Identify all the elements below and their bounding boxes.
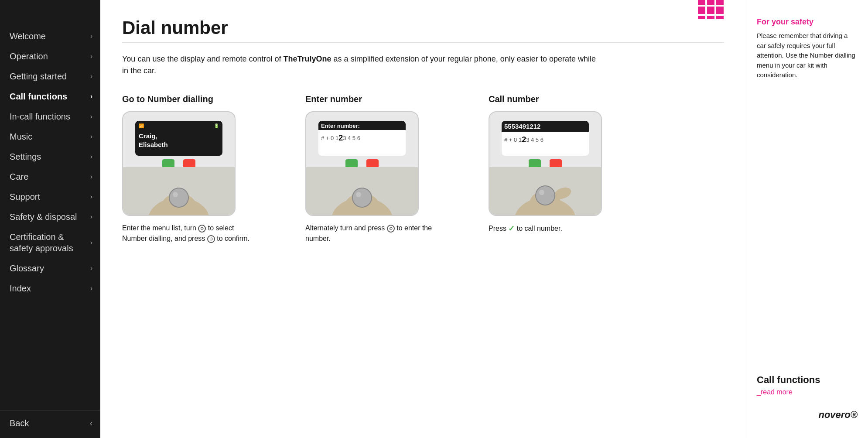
right-panel: For your safety Please remember that dri… bbox=[746, 0, 868, 438]
sidebar-nav: Welcome › Operation › Getting started › … bbox=[0, 0, 100, 298]
sidebar-item-settings[interactable]: Settings › bbox=[0, 147, 100, 167]
svg-point-16 bbox=[356, 192, 361, 197]
hand-svg-3 bbox=[502, 167, 589, 215]
battery-icon: 🔋 bbox=[214, 123, 219, 128]
sidebar-label-welcome: Welcome bbox=[10, 31, 46, 42]
sidebar-item-music[interactable]: Music › bbox=[0, 127, 100, 147]
back-label: Back bbox=[10, 418, 29, 428]
red-button-2 bbox=[366, 159, 379, 168]
chevron-icon-in-call-functions: › bbox=[90, 112, 92, 121]
screen-1-header: 📶 🔋 bbox=[139, 123, 219, 128]
sidebar-item-index[interactable]: Index › bbox=[0, 278, 100, 298]
sidebar-item-operation[interactable]: Operation › bbox=[0, 46, 100, 66]
hand-area-3 bbox=[489, 167, 601, 215]
green-button-2 bbox=[345, 159, 358, 168]
red-button-3 bbox=[550, 159, 562, 168]
chevron-icon-support: › bbox=[90, 192, 92, 202]
chevron-icon-getting-started: › bbox=[90, 72, 92, 81]
title-divider bbox=[122, 42, 724, 43]
novero-logo: novero® bbox=[818, 409, 858, 421]
call-functions-label: Call functions bbox=[757, 374, 858, 386]
read-more-link[interactable]: _read more bbox=[757, 388, 793, 396]
svg-point-15 bbox=[352, 188, 372, 207]
dial-icon-2: ⊙ bbox=[207, 235, 215, 243]
step-1-caption: Enter the menu list, turn ⊙ to select Nu… bbox=[122, 223, 253, 244]
device-2-buttons bbox=[312, 159, 412, 168]
sidebar-item-in-call-functions[interactable]: In-call functions › bbox=[0, 106, 100, 127]
safety-section: For your safety Please remember that dri… bbox=[757, 17, 858, 80]
dial-icon-1: ⊙ bbox=[198, 225, 206, 233]
page-title: Dial number bbox=[122, 17, 724, 38]
number-row-3: # + 0 1 2 3 4 5 6 bbox=[502, 133, 589, 146]
chevron-icon-welcome: › bbox=[90, 32, 92, 41]
brand-name: TheTrulyOne bbox=[284, 55, 331, 63]
device-3-buttons bbox=[496, 159, 595, 168]
chevron-left-icon: ‹ bbox=[90, 419, 92, 428]
chevron-icon-index: › bbox=[90, 284, 92, 293]
step-3-caption: Press ✓ to call number. bbox=[489, 223, 619, 235]
svg-point-12 bbox=[173, 192, 178, 197]
svg-rect-2 bbox=[716, 0, 724, 5]
device-1-screen: 📶 🔋 Craig,Elisabeth bbox=[135, 121, 222, 156]
call-functions-section: Call functions _read more bbox=[757, 374, 858, 396]
svg-rect-8 bbox=[716, 16, 724, 19]
svg-point-11 bbox=[169, 188, 188, 207]
sidebar-item-welcome[interactable]: Welcome › bbox=[0, 26, 100, 46]
sidebar-label-glossary: Glossary bbox=[10, 263, 44, 274]
svg-rect-5 bbox=[716, 7, 724, 14]
device-1-screen-area: 📶 🔋 Craig,Elisabeth bbox=[123, 112, 235, 168]
sidebar-item-support[interactable]: Support › bbox=[0, 187, 100, 207]
steps-container: Go to Number dialling 📶 🔋 Craig,Elisabet… bbox=[122, 94, 724, 244]
sidebar-item-care[interactable]: Care › bbox=[0, 167, 100, 187]
title-area: Dial number bbox=[122, 17, 724, 43]
signal-icon: 📶 bbox=[139, 123, 144, 128]
sidebar-label-call-functions: Call functions bbox=[10, 91, 67, 102]
sidebar-label-care: Care bbox=[10, 171, 28, 182]
chevron-icon-operation: › bbox=[90, 52, 92, 61]
chevron-icon-call-functions: › bbox=[90, 92, 92, 101]
safety-text: Please remember that driving a car safel… bbox=[757, 31, 858, 80]
svg-rect-1 bbox=[707, 0, 714, 5]
sidebar-label-certification: Certification &safety approvals bbox=[10, 231, 73, 254]
safety-title: For your safety bbox=[757, 17, 858, 27]
enter-number-label: Enter number: bbox=[318, 121, 406, 130]
device-3-screen-area: 5553491212 # + 0 1 2 3 4 5 6 bbox=[489, 112, 601, 168]
svg-rect-0 bbox=[698, 0, 705, 5]
svg-rect-7 bbox=[707, 16, 714, 19]
sidebar: Welcome › Operation › Getting started › … bbox=[0, 0, 100, 438]
svg-point-20 bbox=[536, 186, 555, 205]
check-icon: ✓ bbox=[508, 223, 515, 235]
number-row-2: # + 0 1 2 3 4 5 6 bbox=[318, 132, 406, 144]
device-mockup-1: 📶 🔋 Craig,Elisabeth bbox=[122, 111, 236, 216]
screen-1-name: Craig,Elisabeth bbox=[139, 130, 219, 151]
sidebar-item-call-functions[interactable]: Call functions › bbox=[0, 86, 100, 106]
chevron-icon-music: › bbox=[90, 132, 92, 141]
grid-icon bbox=[698, 0, 724, 21]
back-button[interactable]: Back ‹ bbox=[0, 410, 100, 438]
sidebar-item-getting-started[interactable]: Getting started › bbox=[0, 66, 100, 86]
svg-point-21 bbox=[539, 190, 544, 195]
bold-two-3: 2 bbox=[522, 135, 526, 144]
bold-two: 2 bbox=[338, 133, 343, 143]
step-3: Call number 5553491212 # + 0 1 2 3 4 5 6 bbox=[489, 94, 646, 235]
chevron-icon-safety-disposal: › bbox=[90, 212, 92, 222]
sidebar-label-settings: Settings bbox=[10, 151, 41, 162]
sidebar-label-getting-started: Getting started bbox=[10, 71, 67, 82]
device-mockup-2: Enter number: # + 0 1 2 3 4 5 6 bbox=[305, 111, 419, 216]
hand-area-2 bbox=[306, 167, 418, 215]
sidebar-label-support: Support bbox=[10, 191, 40, 202]
svg-rect-4 bbox=[707, 7, 714, 14]
device-2-screen: Enter number: # + 0 1 2 3 4 5 6 bbox=[318, 121, 406, 156]
sidebar-item-glossary[interactable]: Glossary › bbox=[0, 258, 100, 278]
device-mockup-3: 5553491212 # + 0 1 2 3 4 5 6 bbox=[489, 111, 602, 216]
sidebar-label-safety-disposal: Safety & disposal bbox=[10, 211, 77, 222]
intro-text: You can use the display and remote contr… bbox=[122, 53, 602, 77]
hand-svg-1 bbox=[135, 167, 222, 215]
device-3-screen: 5553491212 # + 0 1 2 3 4 5 6 bbox=[502, 121, 589, 156]
chevron-icon-certification: › bbox=[90, 238, 92, 247]
sidebar-item-certification[interactable]: Certification &safety approvals › bbox=[0, 227, 100, 258]
hash-chars-3: # + 0 1 bbox=[504, 137, 522, 143]
device-2-screen-area: Enter number: # + 0 1 2 3 4 5 6 bbox=[306, 112, 418, 168]
sidebar-item-safety-disposal[interactable]: Safety & disposal › bbox=[0, 207, 100, 227]
rest-chars: 3 4 5 6 bbox=[343, 135, 360, 141]
